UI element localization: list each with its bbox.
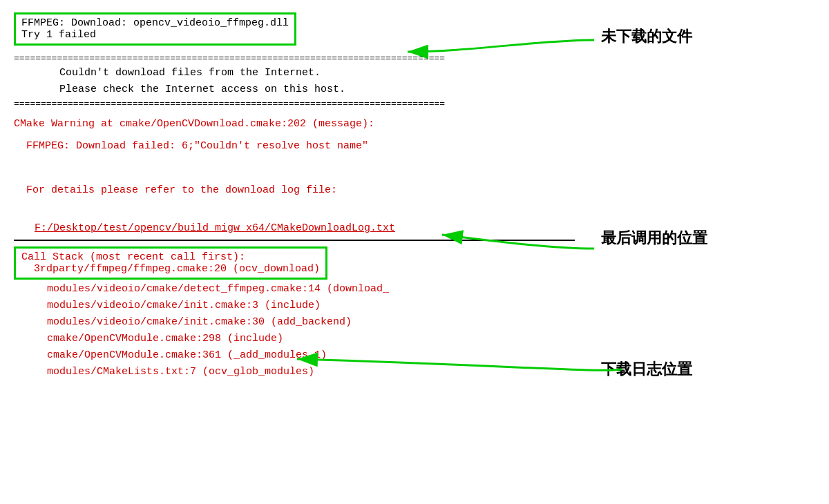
divider-bottom: ========================================… — [14, 98, 815, 110]
top-box-line1: FFMPEG: Download: opencv_videoio_ffmpeg.… — [21, 17, 289, 29]
annotation-last-call: 最后调用的位置 — [601, 228, 707, 249]
stack-lines-container: modules/videoio/cmake/detect_ffmpeg.cmak… — [14, 281, 815, 380]
arrow-to-cmake-warning — [442, 235, 594, 249]
stack-line-4: cmake/OpenCVModule.cmake:361 (_add_modul… — [14, 347, 815, 364]
stack-line-5: modules/CMakeLists.txt:7 (ocv_glob_modul… — [14, 364, 815, 380]
top-box-line2: Try 1 failed — [21, 29, 289, 41]
separator-line — [14, 240, 575, 241]
cmake-warning-header: CMake Warning at cmake/OpenCVDownload.cm… — [14, 116, 815, 133]
cmake-warning-refer: For details please refer to the download… — [14, 182, 815, 199]
stack-line-2: modules/videoio/cmake/init.cmake:30 (add… — [14, 314, 815, 331]
call-stack-line2: 3rdparty/ffmpeg/ffmpeg.cmake:20 (ocv_dow… — [21, 263, 320, 275]
stack-line-1: modules/videoio/cmake/init.cmake:3 (incl… — [14, 298, 815, 314]
green-box-call-stack: Call Stack (most recent call first): 3rd… — [14, 246, 327, 280]
stack-line-0: modules/videoio/cmake/detect_ffmpeg.cmak… — [14, 281, 815, 298]
cmake-warning-detail: FFMPEG: Download failed: 6;"Couldn't res… — [14, 138, 815, 155]
cmake-warning-blank — [14, 160, 815, 177]
main-content: FFMPEG: Download: opencv_videoio_ffmpeg.… — [0, 0, 829, 504]
annotation-undownloaded: 未下载的文件 — [601, 26, 692, 47]
error-line2: Please check the Internet access on this… — [14, 81, 815, 98]
green-box-top: FFMPEG: Download: opencv_videoio_ffmpeg.… — [14, 12, 296, 46]
arrow-to-top-box — [408, 40, 594, 52]
cmake-warning-blank2 — [14, 204, 815, 221]
annotation-download-log: 下载日志位置 — [601, 359, 692, 380]
call-stack-line1: Call Stack (most recent call first): — [21, 251, 320, 263]
divider-top: ========================================… — [14, 52, 815, 65]
error-line1: Couldn't download files from the Interne… — [14, 65, 815, 81]
stack-line-3: cmake/OpenCVModule.cmake:298 (include) — [14, 331, 815, 347]
